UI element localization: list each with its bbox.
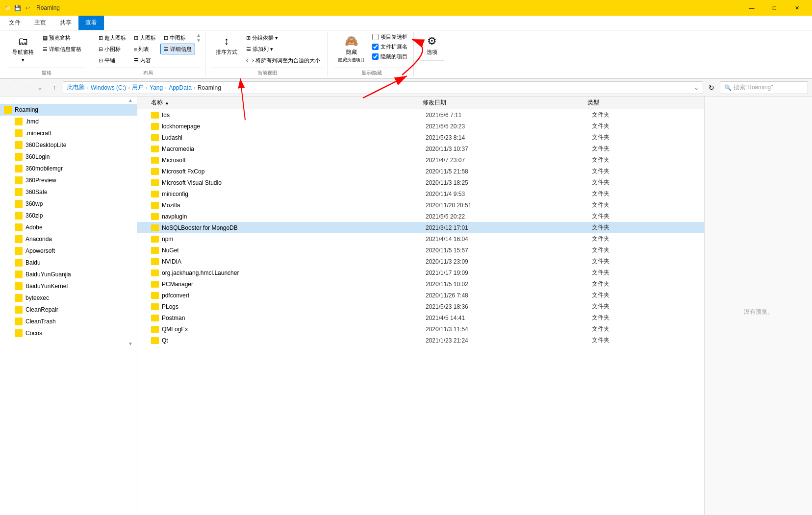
- sidebar-item-label: CleanTrash: [25, 318, 56, 325]
- file-row-qmlogex[interactable]: QMLogEx 2020/11/3 11:54 文件夹: [137, 323, 704, 335]
- file-row-mozilla[interactable]: Mozilla 2020/11/20 20:51 文件夹: [137, 199, 704, 211]
- nav-bar: ← → ⌄ ↑ 此电脑 › Windows (C:) › 用户 › Yang ›…: [0, 79, 812, 97]
- undo-icon[interactable]: ↩: [24, 4, 31, 12]
- file-row-npm[interactable]: npm 2021/4/14 16:04 文件夹: [137, 233, 704, 245]
- sidebar-item-360zip[interactable]: 360zip: [0, 210, 137, 221]
- file-row-miniconfig[interactable]: miniconfig 2020/11/4 9:53 文件夹: [137, 188, 704, 199]
- file-row-pdfconvert[interactable]: pdfconvert 2020/11/26 7:48 文件夹: [137, 290, 704, 301]
- minimize-button[interactable]: —: [740, 0, 763, 16]
- sidebar-scroll-down[interactable]: ▼: [126, 340, 135, 347]
- sidebar-item-baiduyunkernel[interactable]: BaiduYunKernel: [0, 280, 137, 292]
- forward-button[interactable]: →: [19, 81, 31, 94]
- col-date-header[interactable]: 修改日期: [419, 98, 584, 107]
- breadcrumb-user[interactable]: Yang: [150, 84, 163, 91]
- details-pane-button[interactable]: ☰ 详细信息窗格: [39, 44, 85, 54]
- close-button[interactable]: ✕: [786, 0, 808, 16]
- content-button[interactable]: ☰ 内容: [130, 55, 159, 66]
- folder-icon: [15, 141, 23, 149]
- search-box[interactable]: 🔍 搜索"Roaming": [720, 81, 808, 94]
- file-row-nosqlbooster[interactable]: NoSQLBooster for MongoDB 2021/3/12 17:01…: [137, 222, 704, 233]
- sidebar-item-hmcl[interactable]: .hmcl: [0, 116, 137, 127]
- sidebar-item-360desktoplite[interactable]: 360DesktopLite: [0, 139, 137, 151]
- sidebar-item-label: Anaconda: [25, 236, 52, 243]
- sidebar-item-360preview[interactable]: 360Preview: [0, 174, 137, 186]
- sidebar-item-cleanrepair[interactable]: CleanRepair: [0, 304, 137, 316]
- sidebar-item-apowersoft[interactable]: Apowersoft: [0, 245, 137, 257]
- tab-view[interactable]: 查看: [78, 16, 104, 30]
- save-icon[interactable]: 💾: [14, 4, 22, 12]
- tab-file[interactable]: 文件: [2, 16, 27, 30]
- tile-button[interactable]: ⊡ 平铺: [95, 55, 129, 66]
- preview-pane-icon: ▦: [43, 35, 48, 41]
- sidebar-scroll-up[interactable]: ▲: [126, 97, 135, 104]
- small-icons-button[interactable]: ⊟ 小图标: [95, 44, 129, 54]
- file-row-microsoft-fxcop[interactable]: Microsoft FxCop 2020/11/5 21:58 文件夹: [137, 166, 704, 177]
- list-button[interactable]: ≡ 列表: [130, 44, 159, 54]
- file-row-microsoft[interactable]: Microsoft 2021/4/7 23:07 文件夹: [137, 154, 704, 166]
- hidden-items-option[interactable]: 隐藏的项目: [370, 52, 409, 61]
- file-row-microsoft-vs[interactable]: Microsoft Visual Studio 2020/11/3 18:25 …: [137, 177, 704, 188]
- maximize-button[interactable]: □: [763, 0, 786, 16]
- breadcrumb-appdata[interactable]: AppData: [169, 84, 192, 91]
- sidebar-item-cleantrash[interactable]: CleanTrash: [0, 316, 137, 327]
- breadcrumb-computer[interactable]: 此电脑: [67, 83, 85, 92]
- file-row-nvidia[interactable]: NVIDIA 2020/11/3 23:09 文件夹: [137, 256, 704, 267]
- group-by-button[interactable]: ⊞ 分组依据 ▾: [243, 32, 324, 43]
- sidebar-item-label: 360wp: [25, 200, 43, 207]
- sidebar-item-360mobilemgr[interactable]: 360mobilemgr: [0, 163, 137, 174]
- details-view-button[interactable]: ☰ 详细信息: [160, 44, 195, 54]
- sidebar-item-cocos[interactable]: Cocos: [0, 327, 137, 339]
- file-row-navplugin[interactable]: navplugin 2021/5/5 20:22 文件夹: [137, 211, 704, 222]
- item-checkboxes-option[interactable]: 项目复选框: [370, 32, 409, 42]
- sidebar-item-minecraft[interactable]: .minecraft: [0, 127, 137, 139]
- sidebar-item-label: .hmcl: [25, 118, 40, 125]
- hide-button[interactable]: 🙈 隐藏 隐藏所选项目: [334, 32, 369, 66]
- sidebar-item-byteexec[interactable]: byteexec: [0, 292, 137, 304]
- file-row-macromedia[interactable]: Macromedia 2020/11/3 10:37 文件夹: [137, 143, 704, 154]
- file-row-ids[interactable]: Ids 2021/5/6 7:11 文件夹: [137, 109, 704, 121]
- options-button[interactable]: ⚙ 选项: [420, 32, 444, 58]
- medium-icons-button[interactable]: ⊡ 中图标: [160, 32, 195, 43]
- current-view-group-label: 当前视图: [211, 68, 324, 76]
- extra-large-icons-button[interactable]: ⊞ 超大图标: [95, 32, 129, 43]
- file-row-pcmanager[interactable]: PCManager 2020/11/5 10:02 文件夹: [137, 278, 704, 290]
- sort-by-button[interactable]: ↕ 排序方式: [211, 32, 242, 58]
- file-row-plogs[interactable]: PLogs 2021/5/23 18:36 文件夹: [137, 301, 704, 312]
- sidebar-item-360wp[interactable]: 360wp: [0, 198, 137, 210]
- back-button[interactable]: ←: [4, 81, 17, 94]
- file-row-org-jackhuang[interactable]: org.jackhuang.hmcl.Launcher 2021/1/17 19…: [137, 267, 704, 278]
- breadcrumb-users[interactable]: 用户: [132, 83, 144, 92]
- col-type-header[interactable]: 类型: [584, 98, 694, 107]
- item-checkboxes-checkbox[interactable]: [372, 34, 379, 40]
- refresh-button[interactable]: ↻: [705, 81, 718, 94]
- file-row-qt[interactable]: Qt 2021/1/23 21:24 文件夹: [137, 335, 704, 346]
- large-icons-button[interactable]: ⊞ 大图标: [130, 32, 159, 43]
- sidebar-item-baiduyunguanjia[interactable]: BaiduYunGuanjia: [0, 269, 137, 280]
- nav-pane-button[interactable]: 🗂 导航窗格 ▾: [8, 32, 38, 66]
- preview-pane-button[interactable]: ▦ 预览窗格: [39, 32, 85, 43]
- sidebar-item-baidu[interactable]: Baidu: [0, 257, 137, 269]
- sidebar-item-360safe[interactable]: 360Safe: [0, 186, 137, 198]
- recent-locations-button[interactable]: ⌄: [33, 81, 46, 94]
- file-extensions-option[interactable]: 文件扩展名: [370, 42, 409, 51]
- breadcrumb-dropdown[interactable]: ⌄: [694, 84, 699, 91]
- file-extensions-checkbox[interactable]: [372, 44, 379, 50]
- file-row-lockhomepage[interactable]: lockhomepage 2021/5/5 20:23 文件夹: [137, 121, 704, 132]
- tab-share[interactable]: 共享: [53, 16, 78, 30]
- breadcrumb: 此电脑 › Windows (C:) › 用户 › Yang › AppData…: [63, 81, 703, 94]
- file-row-ludashi[interactable]: Ludashi 2021/5/23 8:14 文件夹: [137, 132, 704, 143]
- ribbon-group-layout: ⊞ 超大图标 ⊟ 小图标 ⊡ 平铺 ⊞ 大图标: [91, 32, 205, 76]
- sidebar-item-anaconda[interactable]: Anaconda: [0, 233, 137, 245]
- file-row-postman[interactable]: Postman 2021/4/5 14:41 文件夹: [137, 312, 704, 323]
- up-button[interactable]: ↑: [48, 81, 61, 94]
- add-column-button[interactable]: ☰ 添加列 ▾: [243, 44, 324, 54]
- breadcrumb-drive[interactable]: Windows (C:): [91, 84, 126, 91]
- sidebar-item-360login[interactable]: 360Login: [0, 151, 137, 163]
- sidebar-item-roaming[interactable]: Roaming: [0, 104, 137, 116]
- tab-home[interactable]: 主页: [27, 16, 53, 30]
- sidebar-item-adobe[interactable]: Adobe: [0, 221, 137, 233]
- auto-fit-button[interactable]: ⟺ 将所有列调整为合适的大小: [243, 55, 324, 66]
- file-row-nuget[interactable]: NuGet 2020/11/5 15:57 文件夹: [137, 245, 704, 256]
- col-name-header[interactable]: 名称 ▲: [151, 98, 419, 107]
- hidden-items-checkbox[interactable]: [372, 53, 379, 60]
